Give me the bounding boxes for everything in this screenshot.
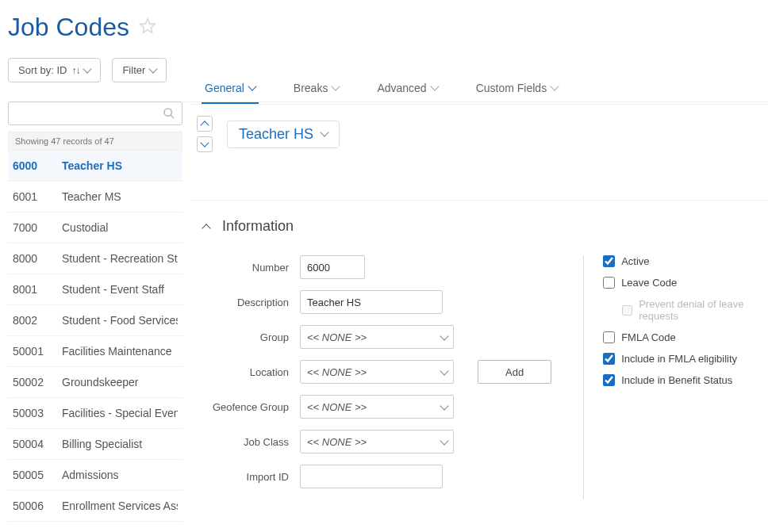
group-select[interactable]: << NONE >> bbox=[300, 325, 454, 349]
chevron-down-icon bbox=[149, 64, 158, 73]
record-code: 8001 bbox=[13, 283, 49, 296]
tab-general[interactable]: General bbox=[202, 74, 259, 104]
record-label: Teacher HS bbox=[62, 159, 122, 172]
svg-point-1 bbox=[164, 109, 171, 116]
record-code: 8000 bbox=[13, 252, 49, 265]
prevent-denial-checkbox-label: Prevent denial of leave requests bbox=[639, 298, 758, 322]
chevron-down-icon bbox=[83, 64, 92, 73]
tab-breaks[interactable]: Breaks bbox=[290, 74, 343, 104]
section-collapse-toggle[interactable] bbox=[200, 220, 213, 233]
benefit-checkbox-label: Include in Benefit Status bbox=[621, 374, 732, 386]
tab-advanced[interactable]: Advanced bbox=[374, 74, 440, 104]
jobclass-label: Job Class bbox=[200, 436, 289, 448]
next-record-button[interactable] bbox=[197, 136, 213, 152]
detail-title: Teacher HS bbox=[239, 126, 313, 143]
benefit-checkbox-row[interactable]: Include in Benefit Status bbox=[603, 374, 758, 386]
fmla-code-checkbox-row[interactable]: FMLA Code bbox=[603, 331, 758, 343]
favorite-star-icon[interactable] bbox=[139, 17, 156, 37]
record-label: Custodial bbox=[62, 221, 108, 234]
list-item[interactable]: 8000Student - Recreation Staff bbox=[8, 243, 182, 274]
record-code: 8002 bbox=[13, 314, 49, 327]
active-checkbox[interactable] bbox=[603, 255, 615, 267]
sort-icon: ↑↓ bbox=[71, 65, 79, 76]
geofence-label: Geofence Group bbox=[200, 401, 289, 413]
chevron-down-icon bbox=[550, 82, 559, 90]
search-icon[interactable] bbox=[163, 107, 175, 120]
fmla-elig-checkbox-row[interactable]: Include in FMLA eligibility bbox=[603, 353, 758, 365]
record-code: 50006 bbox=[13, 499, 49, 512]
record-code: 50001 bbox=[13, 345, 49, 358]
benefit-checkbox[interactable] bbox=[603, 374, 615, 386]
record-count: Showing 47 records of 47 bbox=[8, 132, 182, 151]
location-label: Location bbox=[200, 366, 289, 378]
sort-button[interactable]: Sort by: ID ↑↓ bbox=[8, 58, 101, 82]
record-label: Student - Food Services bbox=[62, 314, 178, 327]
list-item[interactable]: 50001Facilities Maintenance bbox=[8, 336, 182, 367]
page-title: Job Codes bbox=[8, 13, 129, 42]
importid-input[interactable] bbox=[300, 465, 443, 488]
group-label: Group bbox=[200, 331, 289, 343]
search-input[interactable] bbox=[9, 108, 182, 120]
record-code: 50004 bbox=[13, 438, 49, 450]
list-item[interactable]: 50004Billing Specialist bbox=[8, 429, 182, 460]
tab-label: Advanced bbox=[377, 82, 426, 94]
chevron-down-icon bbox=[430, 82, 439, 90]
leave-code-checkbox-row[interactable]: Leave Code bbox=[603, 277, 758, 289]
tab-label: Breaks bbox=[294, 82, 328, 94]
chevron-down-icon bbox=[332, 82, 340, 90]
list-item[interactable]: 6001Teacher MS bbox=[8, 182, 182, 212]
list-item[interactable]: 7000Custodial bbox=[8, 212, 182, 243]
leave-code-checkbox-label: Leave Code bbox=[621, 277, 677, 289]
fmla-elig-checkbox[interactable] bbox=[603, 353, 615, 365]
chevron-up-icon bbox=[200, 121, 209, 129]
fmla-elig-checkbox-label: Include in FMLA eligibility bbox=[621, 353, 737, 365]
chevron-down-icon bbox=[200, 138, 209, 147]
chevron-down-icon bbox=[320, 128, 328, 136]
prevent-denial-checkbox-row: Prevent denial of leave requests bbox=[622, 298, 758, 322]
list-item[interactable]: 8001Student - Event Staff bbox=[8, 274, 182, 305]
active-checkbox-row[interactable]: Active bbox=[603, 255, 758, 267]
tab-custom-fields[interactable]: Custom Fields bbox=[473, 74, 561, 104]
record-code: 50005 bbox=[13, 469, 49, 481]
record-label: Student - Recreation Staff bbox=[62, 252, 178, 265]
record-code: 50002 bbox=[13, 376, 49, 388]
detail-title-dropdown[interactable]: Teacher HS bbox=[227, 121, 340, 148]
list-item[interactable]: 50002Groundskeeper bbox=[8, 367, 182, 398]
geofence-select[interactable]: << NONE >> bbox=[300, 395, 454, 419]
prevent-denial-checkbox bbox=[622, 304, 632, 316]
record-code: 7000 bbox=[13, 221, 49, 234]
list-item[interactable]: 50003Facilities - Special Events bbox=[8, 398, 182, 429]
list-item[interactable]: 50006Enrollment Services Assistant bbox=[8, 491, 182, 522]
record-code: 6000 bbox=[13, 159, 49, 172]
description-input[interactable] bbox=[300, 290, 443, 314]
fmla-code-checkbox[interactable] bbox=[603, 331, 615, 343]
number-input[interactable] bbox=[300, 255, 365, 279]
list-item[interactable]: 50005Admissions bbox=[8, 460, 182, 491]
number-label: Number bbox=[200, 262, 289, 274]
tab-label: General bbox=[205, 82, 244, 94]
sort-label: Sort by: ID bbox=[18, 64, 67, 76]
record-code: 50003 bbox=[13, 407, 49, 419]
filter-label: Filter bbox=[122, 64, 145, 76]
add-button[interactable]: Add bbox=[478, 360, 551, 384]
record-code: 6001 bbox=[13, 190, 49, 203]
record-label: Admissions bbox=[62, 469, 119, 481]
jobclass-select[interactable]: << NONE >> bbox=[300, 430, 454, 454]
leave-code-checkbox[interactable] bbox=[603, 277, 615, 289]
description-label: Description bbox=[200, 297, 289, 308]
active-checkbox-label: Active bbox=[621, 255, 649, 267]
record-label: Groundskeeper bbox=[62, 376, 139, 388]
record-list: 6000Teacher HS6001Teacher MS7000Custodia… bbox=[8, 151, 182, 522]
record-label: Billing Specialist bbox=[62, 438, 142, 450]
search-wrap bbox=[8, 101, 182, 125]
fmla-code-checkbox-label: FMLA Code bbox=[621, 331, 676, 343]
location-select[interactable]: << NONE >> bbox=[300, 360, 454, 384]
prev-record-button[interactable] bbox=[197, 116, 213, 132]
list-item[interactable]: 8002Student - Food Services bbox=[8, 305, 182, 336]
section-title: Information bbox=[222, 218, 294, 235]
chevron-up-icon bbox=[202, 224, 210, 232]
tabs: GeneralBreaksAdvancedCustom Fields bbox=[190, 74, 768, 105]
record-label: Teacher MS bbox=[62, 190, 121, 203]
filter-button[interactable]: Filter bbox=[112, 58, 167, 82]
list-item[interactable]: 6000Teacher HS bbox=[8, 151, 182, 182]
